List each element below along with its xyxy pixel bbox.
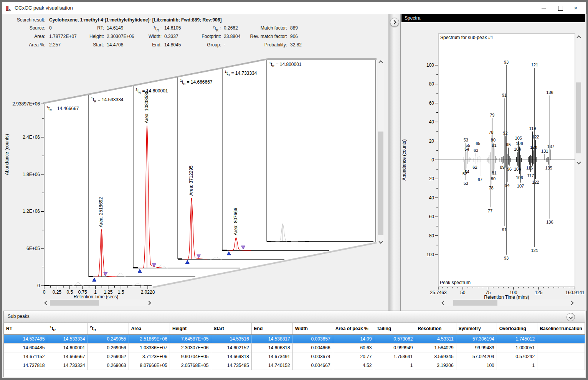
scroll-left-icon[interactable] [441, 300, 446, 306]
table-cell[interactable]: 2.05768E+05 [170, 361, 211, 370]
panel-splitter[interactable] [388, 14, 400, 311]
table-cell[interactable]: 14.671152 [4, 352, 47, 361]
table-cell[interactable]: 1 [374, 361, 415, 370]
scroll-down-icon[interactable] [378, 239, 383, 244]
table-cell[interactable]: 57.306194 [456, 335, 497, 344]
table-cell[interactable]: 0.269063 [88, 361, 129, 370]
table-cell[interactable]: 14.669818 [211, 352, 251, 361]
column-header[interactable]: 2tR [88, 323, 129, 335]
table-cell[interactable]: 4.52 [333, 361, 374, 370]
table-cell[interactable]: 0.003674 [292, 352, 333, 361]
table-cell[interactable]: 14.735485 [211, 361, 251, 370]
table-cell[interactable]: 0.004666 [292, 344, 333, 352]
table-cell[interactable]: 60.63 [333, 344, 374, 352]
scroll-right-icon[interactable] [146, 300, 152, 306]
table-cell[interactable]: 0.004667 [292, 361, 333, 370]
table-cell[interactable]: 14.740152 [251, 361, 292, 370]
table-cell[interactable]: 3.7123E+06 [129, 352, 170, 361]
column-header[interactable]: BaselineTruncation [537, 323, 585, 335]
table-cell[interactable] [537, 335, 585, 344]
scroll-left-icon[interactable] [43, 300, 49, 306]
table-cell[interactable]: 1.753641 [374, 352, 415, 361]
spectrum-vertical-scrollbar[interactable] [576, 35, 581, 165]
table-cell[interactable]: 3.569345 [415, 352, 456, 361]
column-header[interactable]: Tailing [374, 323, 415, 335]
column-header[interactable]: Area [129, 323, 170, 335]
table-cell[interactable] [537, 344, 585, 352]
column-header[interactable]: Height [170, 323, 211, 335]
spectrum-plot[interactable]: Spectrum for sub-peak #1Peak spectrum100… [401, 14, 586, 311]
table-cell[interactable] [537, 352, 585, 361]
minimize-button[interactable] [535, 2, 552, 14]
table-cell[interactable] [537, 361, 585, 370]
table-cell[interactable]: 0.269056 [88, 344, 129, 352]
table-cell[interactable]: 0.999949 [374, 344, 415, 352]
scrollbar-thumb[interactable] [453, 300, 497, 306]
table-row[interactable]: 14.67115214.6666670.2690523.7123E+069.90… [4, 352, 585, 361]
column-header[interactable]: RT [4, 323, 47, 335]
column-header[interactable]: End [251, 323, 292, 335]
column-header[interactable]: Overloading [497, 323, 537, 335]
scroll-down-icon[interactable] [576, 159, 581, 165]
sub-peaks-table[interactable]: RT1tR2tRAreaHeightStartEndWidthArea of p… [4, 323, 585, 370]
table-cell[interactable]: 0.573062 [374, 335, 415, 344]
table-cell[interactable]: 1.584029 [415, 344, 456, 352]
table-cell[interactable]: 0.570242 [497, 352, 537, 361]
table-cell[interactable]: 14.733334 [47, 361, 88, 370]
column-header[interactable]: Resolution [415, 323, 456, 335]
table-cell[interactable]: 4.53311 [415, 335, 456, 344]
table-row[interactable]: 14.60448514.6000010.2690561.08386E+072.3… [4, 344, 585, 352]
scrollbar-thumb[interactable] [378, 132, 383, 235]
table-cell[interactable]: 1 [497, 361, 537, 370]
close-button[interactable]: × [567, 2, 584, 14]
table-cell[interactable]: 57.024204 [456, 352, 497, 361]
table-cell[interactable]: 7.64587E+05 [170, 335, 211, 344]
scrollbar-thumb[interactable] [576, 82, 581, 153]
table-cell[interactable]: 14.537485 [4, 335, 47, 344]
table-cell[interactable]: 14.737818 [4, 361, 47, 370]
table-cell[interactable]: 14.538817 [251, 335, 292, 344]
scrollbar-thumb[interactable] [50, 300, 99, 306]
table-cell[interactable]: 20.77 [333, 352, 374, 361]
table-cell[interactable]: 14.09 [333, 335, 374, 344]
table-row[interactable]: 14.73781814.7333340.2690638.07666E+052.0… [4, 361, 585, 370]
table-cell[interactable]: 1.08386E+07 [129, 344, 170, 352]
table-cell[interactable]: 1.000051 [497, 344, 537, 352]
sub-peaks-titlebar[interactable]: Sub peaks [4, 311, 585, 323]
waterfall-plot[interactable]: 2.93897E+062.4E+061.8E+061.2E+066E+050Ab… [2, 52, 388, 311]
collapse-spectra-button[interactable] [390, 18, 399, 27]
table-cell[interactable]: 0.249055 [88, 335, 129, 344]
table-cell[interactable]: 1.745012 [497, 335, 537, 344]
collapse-subpeaks-button[interactable] [567, 313, 575, 321]
column-header[interactable]: Area of peak % [333, 323, 374, 335]
table-cell[interactable]: 14.673491 [251, 352, 292, 361]
column-header[interactable]: Width [292, 323, 333, 335]
table-cell[interactable]: 0.269052 [88, 352, 129, 361]
table-cell[interactable]: 14.600001 [47, 344, 88, 352]
scroll-up-icon[interactable] [378, 59, 383, 65]
table-cell[interactable]: 2.51869E+06 [129, 335, 170, 344]
table-row[interactable]: 14.53748514.5333340.2490552.51869E+067.6… [4, 335, 585, 344]
table-cell[interactable]: 8.07666E+05 [129, 361, 170, 370]
table-cell[interactable]: 14.533334 [47, 335, 88, 344]
scroll-right-icon[interactable] [568, 300, 574, 306]
column-header[interactable]: Start [211, 323, 251, 335]
table-cell[interactable]: 0.003657 [292, 335, 333, 344]
table-cell[interactable]: 2.30307E+06 [170, 344, 211, 352]
table-cell[interactable]: 14.602152 [211, 344, 251, 352]
table-cell[interactable]: 14.53516 [211, 335, 251, 344]
waterfall-horizontal-scrollbar[interactable] [43, 299, 152, 306]
table-cell[interactable]: 14.604485 [4, 344, 47, 352]
scroll-up-icon[interactable] [576, 35, 581, 40]
table-cell[interactable]: 14.606818 [251, 344, 292, 352]
maximize-button[interactable] [552, 2, 569, 14]
column-header[interactable]: 1tR [47, 323, 88, 335]
column-header[interactable]: Symmetry [456, 323, 497, 335]
table-cell[interactable]: 99.99489 [456, 344, 497, 352]
table-cell[interactable]: 3.19206 [415, 361, 456, 370]
table-cell[interactable]: 9.90704E+05 [170, 352, 211, 361]
waterfall-vertical-scrollbar[interactable] [378, 59, 384, 244]
table-cell[interactable]: 100 [456, 361, 497, 370]
table-cell[interactable]: 14.666667 [47, 352, 88, 361]
spectrum-horizontal-scrollbar[interactable] [441, 299, 574, 306]
